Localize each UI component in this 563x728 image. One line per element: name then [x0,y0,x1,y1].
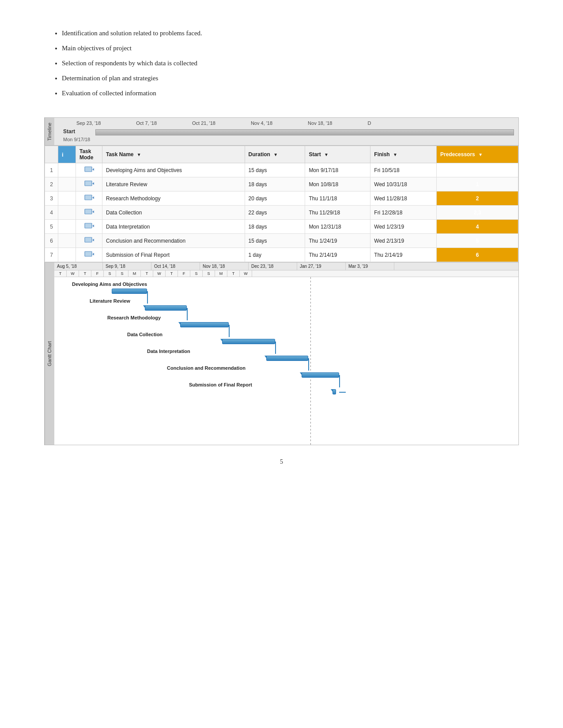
gantt-task-row-3: Data Collection [63,332,514,346]
day-label-0: T [54,270,67,277]
table-content: i Task Mode Task Name ▼ Duration ▼ [45,146,518,262]
svg-marker-1 [92,168,94,171]
gantt-chart-content: Aug 5, '18 Sep 9, '18 Oct 14, '18 Nov 18… [54,263,518,445]
task-mode-1 [76,177,102,191]
svg-rect-6 [85,209,92,214]
gantt-bars-area: Developing Aims and ObjectivesLiterature… [54,277,518,445]
timeline-section: Timeline Sep 23, '18 Oct 7, '18 Oct 21, … [45,118,518,146]
gantt-task-label-4: Data Interpretation [147,349,190,354]
gantt-task-label-6: Submission of Final Report [189,382,252,387]
chart-date-2: Oct 14, '18 [151,263,200,270]
table-row: 1 Developing Aims and Objectives 15 days… [45,163,518,177]
task-info-1 [58,177,76,191]
day-label-9: T [166,270,178,277]
chart-day-row: TWTFSSMTWTFSSMTW [54,270,518,277]
gantt-task-label-5: Conclusion and Recommendation [167,365,246,371]
timeline-label: Timeline [45,118,54,145]
day-label-15: W [240,270,252,277]
duration-3: 22 days [245,206,305,220]
svg-marker-7 [92,210,94,213]
svg-rect-4 [85,195,92,200]
start-0: Mon 9/17/18 [305,163,370,177]
task-mode-2 [76,191,102,206]
predecessors-4: 4 [437,220,518,234]
finish-6: Thu 2/14/19 [370,248,437,262]
task-mode-3 [76,206,102,220]
gantt-task-label-3: Data Collection [127,332,162,337]
gantt-task-row-1: Literature Review [63,298,514,312]
day-label-3: F [91,270,104,277]
th-info: i [58,146,76,163]
task-mode-svg [84,250,94,258]
svg-marker-13 [92,253,94,255]
gantt-bar-2 [180,322,229,327]
row-num-2: 3 [45,191,58,206]
th-duration: Duration ▼ [245,146,305,163]
table-section: i Task Mode Task Name ▼ Duration ▼ [45,146,518,262]
bullet-item-2: Main objectives of project [62,41,519,55]
svg-rect-10 [85,237,92,242]
start-2: Thu 11/1/18 [305,191,370,206]
timeline-date-2: Oct 7, '18 [136,120,157,126]
bullet-item-1: Identification and solution related to p… [62,26,519,40]
th-task-mode-label: Task Mode [79,148,93,161]
gantt-task-row-5: Conclusion and Recommendation [63,365,514,379]
day-label-10: F [178,270,190,277]
predecessors-0 [437,163,518,177]
task-info-0 [58,163,76,177]
start-5: Thu 1/24/19 [305,234,370,248]
table-row: 2 Literature Review 18 days Mon 10/8/18 … [45,177,518,191]
predecessors-6: 6 [437,248,518,262]
gantt-chart-label: Gantt Chart [45,263,54,445]
table-row: 4 Data Collection 22 days Thu 11/29/18 F… [45,206,518,220]
task-mode-svg [84,165,94,173]
task-mode-4 [76,220,102,234]
day-label-6: M [128,270,141,277]
table-row: 5 Data Interpretation 18 days Mon 12/31/… [45,220,518,234]
svg-rect-8 [85,223,92,228]
th-num [45,146,58,163]
chart-date-0: Aug 5, '18 [54,263,103,270]
timeline-dates: Sep 23, '18 Oct 7, '18 Oct 21, '18 Nov 4… [59,120,514,126]
predecessors-5: 5 [437,234,518,248]
gantt-task-label-0: Developing Aims and Objectives [72,281,147,287]
timeline-start-label: Start [63,128,75,135]
predecessors-1: 1 [437,177,518,191]
gantt-task-row-2: Research Methodology [63,315,514,329]
timeline-content: Sep 23, '18 Oct 7, '18 Oct 21, '18 Nov 4… [54,118,518,145]
duration-2: 20 days [245,191,305,206]
timeline-date-5: Nov 18, '18 [308,120,332,126]
chart-date-header: Aug 5, '18 Sep 9, '18 Oct 14, '18 Nov 18… [54,263,518,270]
row-num-0: 1 [45,163,58,177]
task-mode-5 [76,234,102,248]
task-mode-svg [84,222,94,230]
gantt-wrapper: Timeline Sep 23, '18 Oct 7, '18 Oct 21, … [44,117,519,445]
gantt-bar-5 [302,372,339,378]
start-4: Mon 12/31/18 [305,220,370,234]
task-mode-svg [84,180,94,188]
task-info-2 [58,191,76,206]
gantt-bar-4 [266,356,308,361]
timeline-start-date: Mon 9/17/18 [63,137,90,142]
task-name-0: Developing Aims and Objectives [102,163,245,177]
svg-marker-9 [92,225,94,227]
svg-rect-12 [85,251,92,256]
svg-marker-11 [92,239,94,241]
finish-2: Wed 11/28/18 [370,191,437,206]
day-label-4: S [104,270,116,277]
start-1: Mon 10/8/18 [305,177,370,191]
svg-rect-0 [85,167,92,172]
finish-3: Fri 12/28/18 [370,206,437,220]
gantt-bar-1 [145,305,187,311]
task-mode-svg [84,194,94,202]
gantt-task-label-2: Research Methodology [107,315,161,320]
task-mode-svg [84,236,94,244]
duration-1: 18 days [245,177,305,191]
chart-date-1: Sep 9, '18 [103,263,151,270]
finish-4: Wed 1/23/19 [370,220,437,234]
timeline-date-3: Oct 21, '18 [192,120,215,126]
gantt-table: i Task Mode Task Name ▼ Duration ▼ [45,146,518,262]
day-label-12: S [203,270,215,277]
page-number: 5 [44,458,519,465]
timeline-date-1: Sep 23, '18 [76,120,101,126]
